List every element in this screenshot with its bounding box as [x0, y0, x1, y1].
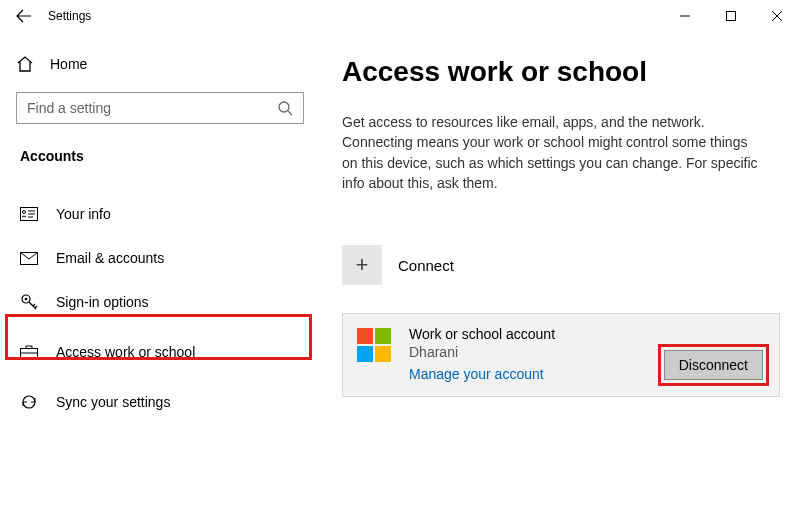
svg-rect-12: [21, 348, 38, 359]
titlebar: Settings: [0, 0, 800, 32]
page-description: Get access to resources like email, apps…: [342, 112, 762, 193]
connect-label: Connect: [398, 257, 454, 274]
content-area: Home Accounts Your info Email & accounts: [0, 32, 800, 522]
arrow-left-icon: [16, 8, 32, 24]
sidebar: Home Accounts Your info Email & accounts: [0, 32, 320, 522]
home-nav[interactable]: Home: [4, 44, 316, 84]
app-title: Settings: [48, 9, 91, 23]
back-button[interactable]: [0, 0, 48, 32]
svg-point-8: [23, 211, 26, 214]
maximize-icon: [726, 11, 736, 21]
disconnect-button[interactable]: Disconnect: [664, 350, 763, 380]
sidebar-item-sync-settings[interactable]: Sync your settings: [4, 380, 316, 424]
section-title: Accounts: [20, 148, 316, 164]
account-title: Work or school account: [409, 326, 555, 342]
home-label: Home: [50, 56, 87, 72]
account-card[interactable]: Work or school account Dharani Manage yo…: [342, 313, 780, 397]
svg-line-3: [288, 111, 292, 115]
close-icon: [772, 11, 782, 21]
main-panel: Access work or school Get access to reso…: [320, 32, 800, 522]
nav-list: Your info Email & accounts Sign-in optio…: [4, 192, 316, 424]
window-controls: [662, 0, 800, 32]
mail-icon: [20, 252, 38, 265]
sidebar-item-your-info[interactable]: Your info: [4, 192, 316, 236]
sync-icon: [20, 393, 38, 411]
id-card-icon: [20, 207, 38, 221]
svg-point-2: [279, 102, 289, 112]
sidebar-item-sign-in-options[interactable]: Sign-in options: [4, 280, 316, 324]
plus-icon: +: [342, 245, 382, 285]
nav-label: Access work or school: [56, 344, 195, 360]
manage-account-link[interactable]: Manage your account: [409, 366, 555, 382]
nav-label: Sign-in options: [56, 294, 149, 310]
account-info: Work or school account Dharani Manage yo…: [409, 326, 555, 382]
search-input[interactable]: [27, 100, 277, 116]
connect-button[interactable]: + Connect: [342, 245, 780, 285]
sidebar-item-email-accounts[interactable]: Email & accounts: [4, 236, 316, 280]
close-button[interactable]: [754, 0, 800, 32]
key-icon: [20, 293, 38, 311]
svg-rect-1: [727, 12, 736, 21]
page-heading: Access work or school: [342, 56, 780, 88]
annotation-highlight-disconnect: Disconnect: [658, 344, 769, 386]
microsoft-logo-icon: [357, 328, 391, 362]
nav-label: Your info: [56, 206, 111, 222]
nav-label: Sync your settings: [56, 394, 170, 410]
sidebar-item-access-work-school[interactable]: Access work or school: [4, 330, 316, 374]
account-name: Dharani: [409, 344, 555, 360]
nav-label: Email & accounts: [56, 250, 164, 266]
minimize-button[interactable]: [662, 0, 708, 32]
briefcase-icon: [20, 345, 38, 360]
svg-point-11: [25, 298, 28, 301]
search-wrap: [16, 92, 304, 124]
home-icon: [16, 55, 34, 73]
search-box[interactable]: [16, 92, 304, 124]
maximize-button[interactable]: [708, 0, 754, 32]
minimize-icon: [680, 11, 690, 21]
disconnect-wrap: Disconnect: [658, 344, 769, 386]
search-icon: [277, 100, 293, 116]
